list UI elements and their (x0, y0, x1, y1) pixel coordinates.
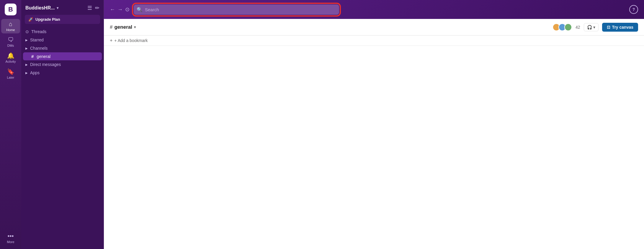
back-button[interactable]: ← (110, 7, 115, 13)
starred-label: Starred (30, 38, 44, 42)
nav-item-dms[interactable]: 🗨 DMs (1, 35, 20, 49)
threads-icon: ⊙ (25, 29, 29, 34)
nav-item-activity[interactable]: 🔔 Activity (1, 50, 20, 65)
nav-label-later: Later (7, 76, 14, 79)
sidebar-item-direct-messages[interactable]: ▶ Direct messages (21, 60, 104, 69)
headphones-icon: 🎧 (587, 25, 592, 30)
direct-messages-label: Direct messages (30, 62, 61, 67)
member-count[interactable]: 42 (576, 25, 580, 30)
audio-button[interactable]: 🎧 ▾ (584, 23, 599, 31)
upgrade-plan-button[interactable]: 🚀 Upgrade Plan (25, 15, 100, 24)
topbar: ← → ⊙ 🔍 ? (104, 0, 644, 19)
channels-label: Channels (30, 46, 48, 51)
channel-actions: 42 🎧 ▾ ⊡ Try canvas (553, 23, 638, 32)
nav-label-activity: Activity (6, 60, 16, 63)
bookmark-bar[interactable]: + + Add a bookmark (104, 35, 644, 46)
main-content: ← → ⊙ 🔍 ? # general ▾ 42 🎧 (104, 0, 644, 249)
home-icon: ⌂ (9, 21, 12, 28)
starred-arrow-icon: ▶ (25, 38, 28, 42)
help-button[interactable]: ? (629, 5, 638, 14)
workspace-name[interactable]: BuddiesHR... ▾ (25, 5, 58, 11)
nav-label-more: More (7, 240, 14, 244)
filter-icon[interactable]: ☰ (87, 5, 92, 11)
try-canvas-button[interactable]: ⊡ Try canvas (602, 23, 638, 32)
add-bookmark-label: + Add a bookmark (114, 38, 148, 43)
add-bookmark-plus-icon: + (110, 38, 112, 43)
hash-icon: # (31, 54, 34, 59)
activity-icon: 🔔 (7, 52, 14, 59)
channel-hash-icon: # (110, 24, 112, 30)
nav-item-home[interactable]: ⌂ Home (1, 19, 20, 33)
channel-header: # general ▾ 42 🎧 ▾ ⊡ Try canvas (104, 19, 644, 35)
forward-button[interactable]: → (117, 7, 123, 13)
icon-bar: B ⌂ Home 🗨 DMs 🔔 Activity 🔖 Later ••• Mo… (0, 0, 21, 249)
nav-item-later[interactable]: 🔖 Later (1, 66, 20, 81)
compose-icon[interactable]: ✏ (95, 5, 99, 11)
workspace-chevron-icon: ▾ (57, 6, 58, 10)
search-wrapper: 🔍 (133, 4, 340, 15)
history-button[interactable]: ⊙ (125, 6, 130, 13)
dm-arrow-icon: ▶ (25, 63, 28, 66)
sidebar-item-apps[interactable]: ▶ Apps (21, 69, 104, 77)
channel-title[interactable]: # general ▾ (110, 24, 136, 30)
channel-general-label: general (37, 54, 50, 59)
upgrade-plan-label: Upgrade Plan (35, 17, 60, 22)
member-avatars[interactable] (553, 23, 572, 31)
channel-chevron-icon: ▾ (134, 25, 136, 29)
channels-arrow-icon: ▶ (25, 47, 28, 50)
channel-name: general (114, 24, 132, 30)
canvas-icon: ⊡ (607, 25, 610, 30)
dms-icon: 🗨 (8, 36, 14, 43)
rocket-icon: 🚀 (28, 17, 33, 22)
nav-label-home: Home (6, 28, 15, 32)
sidebar-header: BuddiesHR... ▾ ☰ ✏ (21, 0, 104, 15)
later-icon: 🔖 (7, 68, 14, 75)
workspace-name-text: BuddiesHR... (25, 5, 55, 11)
nav-arrows: ← → ⊙ (110, 6, 130, 13)
sidebar: BuddiesHR... ▾ ☰ ✏ 🚀 Upgrade Plan ⊙ Thre… (21, 0, 104, 249)
threads-label: Threads (31, 29, 46, 34)
header-icons: ☰ ✏ (87, 5, 99, 11)
channel-content (104, 46, 644, 249)
topbar-right: ? (629, 5, 638, 14)
avatar-3 (564, 23, 572, 31)
nav-label-dms: DMs (7, 44, 14, 47)
sidebar-item-channels[interactable]: ▶ Channels (21, 44, 104, 52)
workspace-avatar[interactable]: B (5, 4, 17, 15)
apps-arrow-icon: ▶ (25, 71, 28, 75)
search-input[interactable] (134, 4, 339, 15)
sidebar-item-starred[interactable]: ▶ Starred (21, 36, 104, 44)
more-icon: ••• (7, 233, 14, 240)
audio-chevron-icon: ▾ (593, 25, 595, 30)
sidebar-channel-general[interactable]: # general (23, 52, 102, 60)
nav-item-more[interactable]: ••• More (1, 231, 20, 245)
apps-label: Apps (30, 70, 40, 75)
try-canvas-label: Try canvas (612, 25, 633, 30)
sidebar-item-threads[interactable]: ⊙ Threads (21, 28, 104, 36)
